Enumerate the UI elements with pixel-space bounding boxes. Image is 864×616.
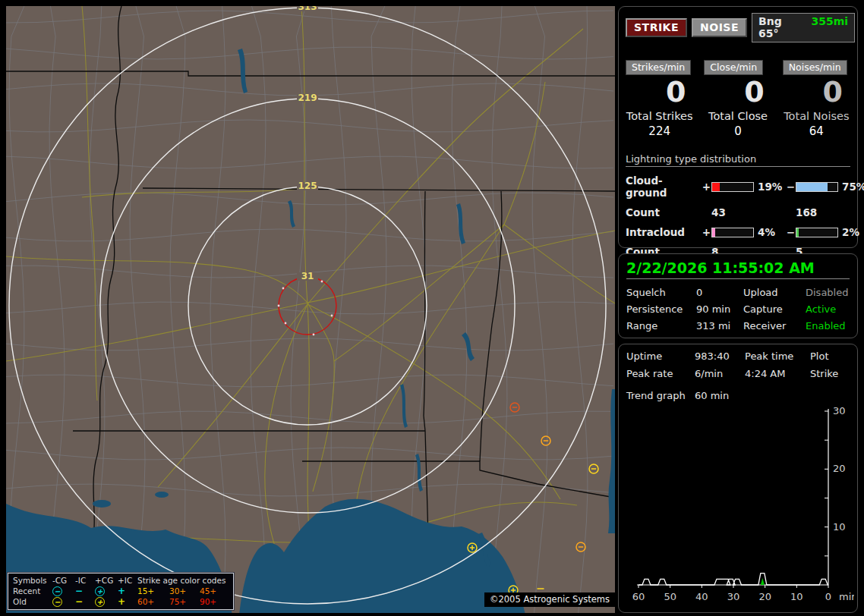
peak-time-label: Peak time xyxy=(745,350,810,362)
svg-text:31: 31 xyxy=(301,271,314,281)
bearing-range: 355mi xyxy=(811,15,848,39)
nexstorm-app: 31321912531 Symbols -CG -IC +CG +IC Stri… xyxy=(0,0,864,616)
svg-text:313: 313 xyxy=(298,6,317,12)
persistence-value: 90 min xyxy=(696,303,743,315)
legend-age-title: Strike age color codes xyxy=(137,575,229,586)
total-noises-value: 64 xyxy=(783,124,850,138)
intracloud-row: Intracloud + 4% − 2% xyxy=(626,226,850,238)
bearing-display: Bng 65° 355mi xyxy=(752,13,855,42)
map-canvas[interactable]: 31321912531 xyxy=(6,6,615,613)
upload-status: Disabled xyxy=(806,287,850,298)
age-60: 60+ xyxy=(137,596,169,607)
age-15: 15+ xyxy=(137,586,169,596)
neg-cg-recent-icon: − xyxy=(52,586,62,596)
close-per-min-chip[interactable]: Close/min xyxy=(704,60,763,75)
cg-positive-pct: 19% xyxy=(754,181,786,193)
noises-per-min-chip[interactable]: Noises/min xyxy=(783,60,847,75)
total-strikes-value: 224 xyxy=(626,124,693,138)
strikes-per-min-value: 0 xyxy=(626,77,693,107)
noises-counter: Noises/min 0 Total Noises 64 xyxy=(783,59,850,138)
legend-row-recent: Recent − − + + 15+ 30+ 45+ xyxy=(13,586,229,596)
age-45: 45+ xyxy=(200,586,229,596)
svg-text:20: 20 xyxy=(758,591,771,602)
neg-ic-recent-icon: − xyxy=(75,586,95,596)
upload-label: Upload xyxy=(743,287,806,298)
svg-text:219: 219 xyxy=(298,93,317,103)
cg-positive-count: 43 xyxy=(711,206,754,218)
svg-text:0: 0 xyxy=(825,591,831,602)
legend-header: Symbols -CG -IC +CG +IC Strike age color… xyxy=(13,575,229,586)
strikes-counter: Strikes/min 0 Total Strikes 224 xyxy=(626,59,693,138)
strikes-per-min-chip[interactable]: Strikes/min xyxy=(626,60,691,75)
ic-positive-bar xyxy=(711,228,754,237)
age-30: 30+ xyxy=(169,586,200,596)
svg-text:40: 40 xyxy=(695,591,708,602)
legend-col-neg-cg: -CG xyxy=(52,575,75,586)
status-panel: 2/22/2026 11:55:02 AM Squelch 0 Upload D… xyxy=(618,253,858,338)
svg-text:10: 10 xyxy=(833,521,846,533)
distribution-header: Lightning type distribution xyxy=(626,153,850,167)
plot-label: Plot xyxy=(810,350,850,362)
neg-ic-old-icon: − xyxy=(75,596,95,607)
close-counter: Close/min 0 Total Close 0 xyxy=(704,59,771,138)
pos-ic-recent-icon: + xyxy=(118,586,137,596)
range-value: 313 mi xyxy=(696,320,743,332)
legend-col-symbols: Symbols xyxy=(13,575,52,586)
uptime-label: Uptime xyxy=(626,350,695,362)
ic-negative-bar xyxy=(796,228,838,237)
pos-cg-old-icon: + xyxy=(95,597,105,607)
counters-panel: STRIKE NOISE Bng 65° 355mi Strikes/min 0… xyxy=(618,6,858,248)
ic-positive-pct: 4% xyxy=(754,226,786,238)
pos-cg-recent-icon: + xyxy=(95,586,105,596)
svg-text:min: min xyxy=(839,591,854,602)
capture-label: Capture xyxy=(743,303,806,315)
cg-positive-bar xyxy=(711,182,754,192)
svg-text:30: 30 xyxy=(833,405,846,416)
peak-rate-value: 6/min xyxy=(695,368,745,379)
capture-status: Active xyxy=(806,303,850,315)
lightning-map[interactable]: 31321912531 Symbols -CG -IC +CG +IC Stri… xyxy=(6,6,615,613)
receiver-label: Receiver xyxy=(743,320,806,332)
trend-panel: Uptime 983:40 Peak time Plot Peak rate 6… xyxy=(618,344,858,613)
close-per-min-value: 0 xyxy=(704,77,771,107)
trend-graph-label: Trend graph xyxy=(626,390,695,401)
range-label: Range xyxy=(626,320,696,332)
svg-text:125: 125 xyxy=(298,181,317,191)
noises-per-min-value: 0 xyxy=(783,77,850,107)
receiver-status: Enabled xyxy=(806,320,850,332)
age-90: 90+ xyxy=(200,596,229,607)
cloud-ground-count-row: Count 43 168 xyxy=(626,206,850,218)
squelch-label: Squelch xyxy=(626,287,696,298)
ic-negative-pct: 2% xyxy=(838,226,864,238)
age-75: 75+ xyxy=(169,596,200,607)
svg-text:30: 30 xyxy=(727,591,740,602)
pos-ic-old-icon: + xyxy=(118,596,137,607)
legend-col-neg-ic: -IC xyxy=(75,575,95,586)
strike-button[interactable]: STRIKE xyxy=(626,18,687,37)
squelch-value: 0 xyxy=(696,287,743,298)
persistence-label: Persistence xyxy=(626,303,696,315)
legend-col-pos-cg: +CG xyxy=(95,575,118,586)
cg-negative-pct: 75% xyxy=(838,181,864,193)
symbol-legend: Symbols -CG -IC +CG +IC Strike age color… xyxy=(8,573,234,610)
plot-mode-value: Strike xyxy=(810,368,850,379)
svg-text:20: 20 xyxy=(833,463,846,474)
cloud-ground-row: Cloud-ground + 19% − 75% xyxy=(626,174,850,199)
svg-text:50: 50 xyxy=(664,591,676,602)
legend-col-pos-ic: +IC xyxy=(118,575,137,586)
copyright-text: ©2005 Astrogenic Systems xyxy=(484,592,615,607)
svg-text:60: 60 xyxy=(632,591,645,602)
cg-negative-bar xyxy=(796,182,838,192)
cg-negative-count: 168 xyxy=(796,206,838,218)
datetime-display: 2/22/2026 11:55:02 AM xyxy=(626,259,850,279)
uptime-value: 983:40 xyxy=(695,350,745,362)
bearing-value: Bng 65° xyxy=(758,15,800,39)
trend-window-value: 60 min xyxy=(695,390,850,401)
peak-rate-label: Peak rate xyxy=(626,368,695,379)
total-close-value: 0 xyxy=(704,124,771,138)
legend-row-old: Old − − + + 60+ 75+ 90+ xyxy=(13,596,229,607)
peak-time-value: 4:24 AM xyxy=(745,368,810,379)
svg-text:10: 10 xyxy=(790,591,803,602)
noise-button[interactable]: NOISE xyxy=(692,18,747,37)
neg-cg-old-icon: − xyxy=(52,597,62,607)
